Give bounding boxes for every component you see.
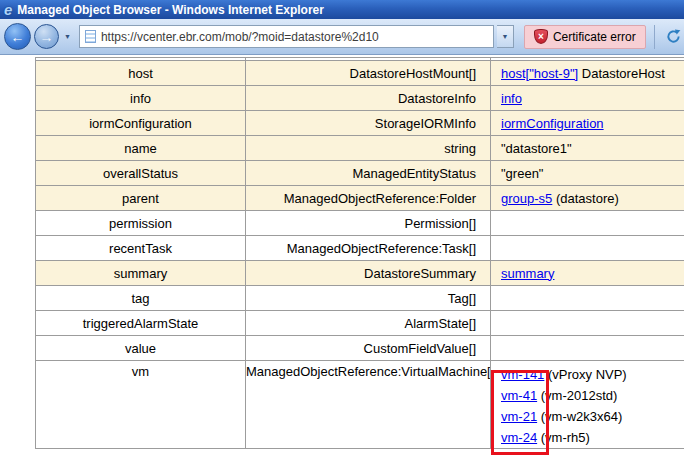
property-value: host["host-9"] DatastoreHost [491,61,684,86]
page-icon [85,30,96,43]
value-link-host[interactable]: host["host-9"] [501,66,578,81]
property-type: AlarmState[] [246,311,491,336]
value-text: DatastoreHost [578,66,665,81]
property-type: CustomFieldValue[] [246,336,491,361]
property-name: host [36,61,246,86]
forward-button[interactable]: → [34,24,59,49]
back-button[interactable]: ← [4,23,31,50]
value-text: "green" [501,166,543,181]
toolbar-separator [654,25,655,49]
history-dropdown-button[interactable]: ▼ [62,33,73,40]
property-name: overallStatus [36,161,246,186]
property-type: ManagedObjectReference:VirtualMachine[] [246,361,491,449]
value-text: (datastore) [552,191,618,206]
property-name: name [36,136,246,161]
property-value: iormConfiguration [491,111,684,136]
value-link-summary[interactable]: summary [501,266,554,281]
property-type: string [246,136,491,161]
value-link-parent[interactable]: group-s5 [501,191,552,206]
property-type: ManagedObjectReference:Folder [246,186,491,211]
property-type: ManagedObjectReference:Task[] [246,236,491,261]
page-content: host DatastoreHostMount[] host["host-9"]… [0,56,684,457]
value-link-vm-41[interactable]: vm-41 [501,388,537,403]
back-arrow-icon: ← [11,29,25,45]
vm-entry: vm-24 (vm-rh5) [501,427,684,448]
window-titlebar: e Managed Object Browser - Windows Inter… [0,0,684,19]
refresh-icon [666,29,681,44]
property-value: "green" [491,161,684,186]
table-row: iormConfiguration StorageIORMInfo iormCo… [36,111,684,136]
table-row: triggeredAlarmState AlarmState[] [36,311,684,336]
property-value: group-s5 (datastore) [491,186,684,211]
table-row: overallStatus ManagedEntityStatus "green… [36,161,684,186]
property-value [491,311,684,336]
table-row: name string "datastore1" [36,136,684,161]
value-link-info[interactable]: info [501,91,522,106]
property-value [491,336,684,361]
forward-arrow-icon: → [40,29,54,45]
property-value [491,286,684,311]
value-link-vm-21[interactable]: vm-21 [501,409,537,424]
property-type: StorageIORMInfo [246,111,491,136]
value-text: (vm-2012std) [537,388,617,403]
value-link-vm-24[interactable]: vm-24 [501,430,537,445]
property-type: Permission[] [246,211,491,236]
value-link-vm-141[interactable]: vm-141 [501,367,544,382]
table-row: host DatastoreHostMount[] host["host-9"]… [36,61,684,86]
shield-x-glyph: × [538,32,544,42]
ie-logo-icon: e [4,1,12,18]
window-title: Managed Object Browser - Windows Interne… [17,3,324,17]
property-name: info [36,86,246,111]
table-row: info DatastoreInfo info [36,86,684,111]
property-name: recentTask [36,236,246,261]
vm-entry: vm-41 (vm-2012std) [501,385,684,406]
property-name: summary [36,261,246,286]
vm-entry: vm-141 (vProxy NVP) [501,364,684,385]
property-value [491,211,684,236]
table-row: parent ManagedObjectReference:Folder gro… [36,186,684,211]
url-text[interactable]: https://vcenter.ebr.com/mob/?moid=datast… [101,30,379,44]
chevron-down-icon: ▼ [501,33,508,40]
property-value: "datastore1" [491,136,684,161]
property-type: ManagedEntityStatus [246,161,491,186]
property-type: DatastoreSummary [246,261,491,286]
value-text: "datastore1" [501,141,572,156]
property-name: permission [36,211,246,236]
property-name: iormConfiguration [36,111,246,136]
property-name: tag [36,286,246,311]
certificate-error-label: Certificate error [553,30,636,44]
certificate-error-button[interactable]: × Certificate error [524,25,646,49]
value-text: (vm-w2k3x64) [537,409,622,424]
address-dropdown-button[interactable]: ▼ [497,25,514,48]
vm-entry: vm-21 (vm-w2k3x64) [501,406,684,427]
property-type: Tag[] [246,286,491,311]
table-row: tag Tag[] [36,286,684,311]
property-value: vm-141 (vProxy NVP) vm-41 (vm-2012std) v… [491,361,684,449]
value-link-iormconfiguration[interactable]: iormConfiguration [501,116,604,131]
property-name: value [36,336,246,361]
table-row: permission Permission[] [36,211,684,236]
browser-toolbar: ← → ▼ https://vcenter.ebr.com/mob/?moid=… [0,19,684,55]
table-row-vm: vm ManagedObjectReference:VirtualMachine… [36,361,684,449]
property-type: DatastoreInfo [246,86,491,111]
refresh-button[interactable] [663,25,684,49]
property-type: DatastoreHostMount[] [246,61,491,86]
table-row: summary DatastoreSummary summary [36,261,684,286]
property-value [491,236,684,261]
property-value: info [491,86,684,111]
property-value: summary [491,261,684,286]
value-text: (vm-rh5) [537,430,590,445]
property-name: vm [36,361,246,449]
property-name: parent [36,186,246,211]
table-row: value CustomFieldValue[] [36,336,684,361]
address-bar[interactable]: https://vcenter.ebr.com/mob/?moid=datast… [79,25,494,48]
properties-table: host DatastoreHostMount[] host["host-9"]… [35,57,684,449]
value-text: (vProxy NVP) [544,367,626,382]
property-name: triggeredAlarmState [36,311,246,336]
table-row: recentTask ManagedObjectReference:Task[] [36,236,684,261]
security-shield-icon: × [534,29,548,44]
